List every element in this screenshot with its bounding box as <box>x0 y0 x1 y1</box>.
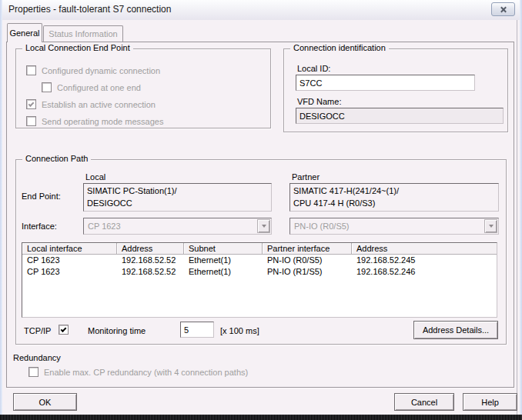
chevron-down-icon <box>489 225 494 228</box>
cell-address-local: 192.168.52.52 <box>117 266 184 278</box>
cell-local-interface: CP 1623 <box>22 266 117 278</box>
connection-path-table: Local interface Address Subnet Partner i… <box>22 242 497 318</box>
group-connection-path: Connection Path Local Partner End Point:… <box>15 159 507 345</box>
end-point-local-line1: SIMATIC PC-Station(1)/ <box>87 185 268 197</box>
window-inner-frame <box>517 20 517 415</box>
table-header-subnet: Subnet <box>184 243 263 255</box>
titlebar[interactable]: Properties - fault-tolerant S7 connectio… <box>2 0 520 20</box>
tab-status-information[interactable]: Status Information <box>43 25 123 42</box>
interface-local-value: CP 1623 <box>88 222 121 231</box>
checkbox-send-operating-mode-messages[interactable] <box>26 116 36 126</box>
close-button[interactable] <box>491 2 515 16</box>
redundancy-checkbox-label: Enable max. CP redundancy (with 4 connec… <box>44 368 248 377</box>
monitoring-time-label: Monitoring time <box>88 326 146 335</box>
cell-address-partner: 192.168.52.246 <box>352 266 497 278</box>
check-icon <box>28 101 35 107</box>
redundancy-title: Redundancy <box>13 353 61 362</box>
checkbox-establish-active-connection[interactable] <box>26 99 36 109</box>
cell-partner-interface: PN-IO (R0/S5) <box>263 255 352 266</box>
address-details-button[interactable]: Address Details... <box>413 321 498 339</box>
close-icon <box>499 6 507 13</box>
properties-dialog: Properties - fault-tolerant S7 connectio… <box>0 0 522 420</box>
checkbox-configured-dynamic-connection-label: Configured dynamic connection <box>42 66 160 75</box>
checkbox-configured-dynamic-connection[interactable] <box>26 65 36 75</box>
local-column-header: Local <box>85 172 105 182</box>
tab-status-information-label: Status Information <box>49 29 117 38</box>
window-title: Properties - fault-tolerant S7 connectio… <box>8 4 171 15</box>
table-row[interactable]: CP 1623 192.168.52.52 Ethernet(1) PN-IO … <box>22 255 497 266</box>
end-point-local-line2: DESIGOCC <box>87 197 268 209</box>
end-point-label: End Point: <box>22 192 61 201</box>
cell-partner-interface: PN-IO (R1/S5) <box>263 266 352 278</box>
group-local-connection-end-point: Local Connection End Point Configured dy… <box>15 48 271 128</box>
table-header-address-local: Address <box>117 243 184 255</box>
group-connection-identification-title: Connection identification <box>290 43 389 52</box>
table-row[interactable]: CP 1623 192.168.52.52 Ethernet(1) PN-IO … <box>22 266 497 278</box>
partner-column-header: Partner <box>292 172 320 182</box>
cell-local-interface: CP 1623 <box>22 255 117 266</box>
end-point-partner-line2: CPU 417-4 H (R0/S3) <box>293 197 495 209</box>
interface-local-dropdown[interactable]: CP 1623 <box>83 218 272 235</box>
interface-label: Interface: <box>22 222 57 231</box>
group-local-connection-end-point-title: Local Connection End Point <box>22 43 133 52</box>
ok-button[interactable]: OK <box>13 393 77 411</box>
redundancy-checkbox[interactable] <box>28 367 38 377</box>
table-header-address-partner: Address <box>352 243 497 255</box>
group-connection-identification: Connection identification Local ID: VFD … <box>283 48 508 132</box>
cell-subnet: Ethernet(1) <box>184 255 263 266</box>
interface-partner-value: PN-IO (R0/S5) <box>294 222 350 231</box>
local-id-input[interactable] <box>296 75 475 91</box>
vfd-name-label: VFD Name: <box>297 97 341 106</box>
check-icon <box>61 326 67 332</box>
cell-address-partner: 192.168.52.245 <box>352 255 497 266</box>
tab-general-label: General <box>9 28 39 38</box>
interface-partner-dropdown[interactable]: PN-IO (R0/S5) <box>289 218 499 235</box>
table-header-local-interface: Local interface <box>22 243 117 255</box>
checkbox-configured-at-one-end[interactable] <box>42 82 52 92</box>
end-point-local-box: SIMATIC PC-Station(1)/ DESIGOCC <box>83 183 272 212</box>
window-border-left <box>0 0 2 415</box>
checkbox-establish-active-connection-label: Establish an active connection <box>42 100 156 109</box>
cell-subnet: Ethernet(1) <box>184 266 263 278</box>
tcpip-label: TCP/IP <box>24 326 51 335</box>
help-button[interactable]: Help <box>463 393 517 411</box>
group-connection-path-title: Connection Path <box>22 154 91 163</box>
end-point-partner-box: SIMATIC 417-H(241/24~(1)/ CPU 417-4 H (R… <box>289 183 499 212</box>
vfd-name-input[interactable] <box>296 108 504 124</box>
tcpip-checkbox[interactable] <box>59 325 69 335</box>
end-point-partner-line1: SIMATIC 417-H(241/24~(1)/ <box>293 185 495 197</box>
table-header-partner-interface: Partner interface <box>263 243 352 255</box>
desktop-background-strip <box>0 415 522 420</box>
cell-address-local: 192.168.52.52 <box>117 255 184 266</box>
chevron-down-icon <box>262 225 266 228</box>
checkbox-send-operating-mode-messages-label: Send operating mode messages <box>42 117 163 126</box>
cancel-button[interactable]: Cancel <box>394 393 454 411</box>
table-header-row: Local interface Address Subnet Partner i… <box>22 243 497 255</box>
monitoring-time-unit: [x 100 ms] <box>220 326 259 335</box>
monitoring-time-input[interactable] <box>180 322 214 338</box>
checkbox-configured-at-one-end-label: Configured at one end <box>57 83 141 92</box>
local-id-label: Local ID: <box>297 64 330 73</box>
tab-general[interactable]: General <box>7 23 42 42</box>
interface-local-dropdown-button[interactable] <box>257 219 270 233</box>
interface-partner-dropdown-button[interactable] <box>484 219 497 233</box>
